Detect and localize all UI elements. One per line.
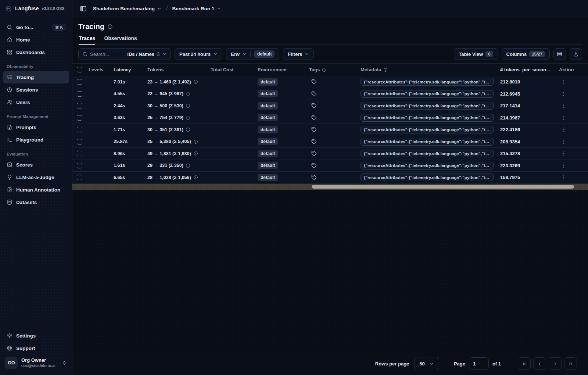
rows-per-page-select[interactable]: 50 — [414, 357, 439, 370]
row-checkbox[interactable] — [77, 79, 82, 85]
info-icon[interactable] — [193, 139, 198, 144]
kebab-menu-icon[interactable] — [560, 103, 566, 108]
empty-canvas — [72, 190, 588, 352]
action-cell — [555, 172, 588, 183]
kebab-menu-icon[interactable] — [560, 79, 566, 85]
search-input[interactable] — [90, 51, 117, 57]
total-cost-cell — [209, 88, 256, 100]
sidebar-item-support[interactable]: Support — [3, 342, 69, 354]
sidebar-item-users[interactable]: Users — [3, 96, 69, 108]
sidebar-item-dashboards[interactable]: Dashboards — [3, 46, 69, 58]
gear-icon — [7, 333, 12, 339]
row-checkbox[interactable] — [77, 115, 82, 121]
info-icon[interactable] — [107, 24, 113, 29]
tag-icon[interactable] — [311, 127, 317, 132]
info-icon[interactable] — [193, 79, 198, 84]
table-row[interactable]: 4.55s 22 → 945 (Σ 967) default {"resourc… — [72, 88, 588, 100]
table-row[interactable]: 6.65s 28 → 1,028 (Σ 1,056) default {"res… — [72, 172, 588, 184]
kebab-menu-icon[interactable] — [560, 139, 566, 144]
tag-icon[interactable] — [311, 139, 317, 144]
info-icon[interactable] — [156, 52, 161, 56]
tab-observations[interactable]: Observations — [104, 35, 137, 44]
info-icon[interactable] — [193, 151, 198, 156]
sidebar-item-sessions[interactable]: Sessions — [3, 83, 69, 96]
tag-icon[interactable] — [311, 103, 317, 108]
select-all-checkbox[interactable] — [77, 67, 82, 72]
kebab-menu-icon[interactable] — [560, 175, 566, 180]
columns-button[interactable]: Columns 15/27 — [502, 48, 550, 60]
tag-icon[interactable] — [311, 175, 317, 180]
horizontal-scrollbar[interactable] — [72, 184, 588, 190]
sidebar-item-home[interactable]: Home — [3, 33, 69, 46]
info-icon[interactable] — [186, 92, 190, 96]
sidebar-item-prompts[interactable]: Prompts — [3, 121, 69, 133]
sidebar-item-label: Human Annotation — [16, 187, 60, 193]
sidebar-item-scores[interactable]: Scores — [3, 158, 69, 171]
scrollbar-thumb[interactable] — [312, 185, 574, 189]
sidebar-item-settings[interactable]: Settings — [3, 329, 69, 342]
row-checkbox[interactable] — [77, 151, 82, 156]
kebab-menu-icon[interactable] — [560, 151, 566, 156]
info-icon[interactable] — [322, 68, 326, 72]
row-checkbox[interactable] — [77, 91, 82, 97]
last-page-button[interactable]: » — [564, 357, 577, 370]
row-checkbox[interactable] — [77, 139, 82, 144]
levels-cell — [87, 124, 111, 136]
info-icon[interactable] — [186, 103, 190, 108]
sidebar-toggle-button[interactable] — [78, 3, 89, 14]
tag-icon[interactable] — [311, 79, 317, 85]
goto-search[interactable]: Go to... ⌘ K — [3, 21, 69, 33]
info-icon[interactable] — [186, 163, 190, 168]
table-view-button[interactable]: Table View 0 — [454, 48, 498, 60]
table-row[interactable]: 3.63s 25 → 754 (Σ 779) default {"resourc… — [72, 112, 588, 124]
table-row[interactable]: 25.87s 25 → 5,380 (Σ 5,405) default {"re… — [72, 136, 588, 148]
environment-filter-button[interactable]: Env default — [226, 48, 279, 60]
environment-badge: default — [258, 162, 278, 169]
table-row[interactable]: 8.96s 49 → 1,881 (Σ 1,930) default {"res… — [72, 148, 588, 160]
info-icon[interactable] — [186, 127, 190, 132]
row-checkbox[interactable] — [77, 127, 82, 132]
export-download-button[interactable] — [570, 48, 582, 60]
tag-icon[interactable] — [311, 115, 317, 121]
tab-traces[interactable]: Traces — [79, 35, 95, 44]
info-icon[interactable] — [193, 175, 198, 180]
row-height-button[interactable] — [553, 48, 566, 60]
table-row[interactable]: 7.01s 23 → 1,469 (Σ 1,492) default {"res… — [72, 76, 588, 88]
row-checkbox[interactable] — [77, 103, 82, 108]
sidebar-item-tracing[interactable]: Tracing — [3, 71, 69, 83]
table-row[interactable]: 1.71s 30 → 351 (Σ 381) default {"resourc… — [72, 124, 588, 136]
tag-icon[interactable] — [311, 91, 317, 97]
breadcrumb-project[interactable]: Shadeform Benchmarking — [93, 6, 162, 11]
info-icon[interactable] — [186, 115, 190, 120]
kebab-menu-icon[interactable] — [560, 163, 566, 168]
kebab-menu-icon[interactable] — [560, 91, 566, 97]
info-icon[interactable] — [383, 68, 388, 72]
table-view-count-badge: 0 — [485, 51, 493, 57]
kebab-menu-icon[interactable] — [560, 115, 566, 121]
kebab-menu-icon[interactable] — [560, 127, 566, 132]
first-page-button[interactable]: « — [518, 357, 531, 370]
row-checkbox[interactable] — [77, 175, 82, 180]
tokens-cell: 28 → 1,028 (Σ 1,056) — [146, 172, 209, 183]
time-range-button[interactable]: Past 24 hours — [175, 48, 222, 60]
sidebar-item-human-annotation[interactable]: Human Annotation — [3, 183, 69, 196]
sidebar-item-playground[interactable]: Playground — [3, 133, 69, 146]
search-scope-selector[interactable]: IDs / Names — [127, 51, 167, 57]
sidebar-item-label: Users — [16, 100, 30, 105]
tag-icon[interactable] — [311, 151, 317, 156]
filters-button[interactable]: Filters — [283, 48, 314, 60]
file-text-icon — [7, 124, 12, 130]
breadcrumb-run[interactable]: Benchmark Run 1 — [172, 6, 222, 11]
tag-icon[interactable] — [311, 163, 317, 168]
prev-page-button[interactable]: ‹ — [533, 357, 546, 370]
user-menu[interactable]: OO Org Owner ops@shadeform.ai — [3, 354, 69, 371]
sidebar-item-datasets[interactable]: Datasets — [3, 196, 69, 208]
page-number-input[interactable] — [469, 357, 489, 370]
search-box[interactable]: IDs / Names — [78, 48, 171, 60]
table-row[interactable]: 1.61s 29 → 331 (Σ 360) default {"resourc… — [72, 160, 588, 172]
table-row[interactable]: 2.44s 30 → 500 (Σ 530) default {"resourc… — [72, 100, 588, 112]
sidebar-item-llm-as-a-judge[interactable]: LLM-as-a-Judge — [3, 171, 69, 183]
row-checkbox[interactable] — [77, 163, 82, 168]
next-page-button[interactable]: › — [549, 357, 562, 370]
total-cost-cell — [209, 112, 256, 124]
